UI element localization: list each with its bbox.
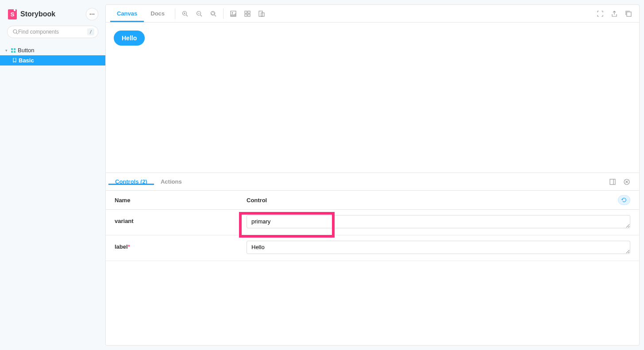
tree-item-basic[interactable]: Basic — [0, 55, 105, 65]
control-label: label* — [115, 241, 247, 250]
search-input[interactable] — [18, 29, 87, 35]
svg-line-4 — [16, 33, 18, 34]
reset-controls-button[interactable] — [618, 195, 630, 205]
brand-name: Storybook — [20, 10, 55, 18]
svg-point-3 — [13, 30, 17, 33]
header-name: Name — [115, 197, 247, 204]
view-tabs: Canvas Docs — [110, 5, 171, 22]
svg-rect-21 — [248, 11, 250, 13]
share-button[interactable] — [608, 8, 621, 20]
control-label: variant — [115, 215, 247, 224]
divider — [175, 8, 175, 19]
fullscreen-button[interactable] — [594, 8, 606, 20]
logo[interactable]: S Storybook — [8, 9, 55, 19]
tab-docs[interactable]: Docs — [144, 5, 171, 22]
canvas-preview: Hello — [106, 23, 639, 173]
header-control: Control — [247, 197, 618, 204]
required-star-icon: * — [128, 243, 130, 250]
close-panel-button[interactable] — [621, 176, 633, 188]
chevron-down-icon: ▾ — [5, 48, 9, 53]
preview-button[interactable]: Hello — [114, 31, 145, 46]
svg-rect-8 — [14, 51, 15, 53]
tree-item-label: Button — [18, 47, 35, 54]
search-wrap: / — [0, 26, 105, 43]
ellipsis-icon — [89, 13, 95, 15]
control-row-variant: variant — [106, 210, 639, 235]
controls-header: Name Control — [106, 191, 639, 210]
controls-table: Name Control variant label* — [106, 191, 639, 345]
svg-rect-6 — [14, 48, 15, 50]
open-new-tab-button[interactable] — [622, 8, 635, 20]
zoom-in-button[interactable] — [179, 8, 191, 20]
bookmark-icon — [12, 57, 17, 64]
grid-button[interactable] — [241, 8, 254, 20]
addons-panel: Controls (2) Actions Name Control varian… — [106, 173, 639, 345]
component-icon — [11, 48, 16, 53]
svg-rect-20 — [245, 11, 247, 13]
control-input-label[interactable] — [247, 241, 630, 254]
tab-actions[interactable]: Actions — [154, 178, 189, 185]
svg-point-19 — [232, 12, 233, 13]
background-button[interactable] — [227, 8, 239, 20]
search-box[interactable]: / — [7, 26, 98, 38]
menu-button[interactable] — [86, 8, 98, 20]
divider — [223, 8, 224, 19]
tab-canvas[interactable]: Canvas — [110, 5, 144, 22]
svg-point-0 — [90, 14, 91, 15]
explorer-tree: ▾ Button Basic — [0, 43, 105, 65]
svg-rect-26 — [627, 12, 631, 16]
panel-position-button[interactable] — [606, 176, 619, 188]
svg-rect-27 — [610, 179, 615, 185]
control-row-label: label* — [106, 235, 639, 261]
tree-item-button[interactable]: ▾ Button — [0, 45, 105, 55]
svg-rect-23 — [248, 14, 250, 16]
svg-line-10 — [186, 15, 188, 16]
svg-rect-5 — [11, 48, 13, 50]
search-shortcut: / — [87, 28, 94, 35]
tree-item-label: Basic — [19, 57, 34, 64]
sidebar-header: S Storybook — [0, 0, 105, 26]
tab-controls[interactable]: Controls (2) — [108, 178, 154, 185]
viewport-button[interactable] — [255, 8, 268, 20]
main: Canvas Docs Hello — [105, 0, 644, 350]
storybook-logo-icon: S — [8, 9, 17, 19]
svg-rect-22 — [245, 14, 247, 16]
control-input-variant[interactable] — [247, 215, 630, 228]
svg-rect-7 — [11, 51, 13, 53]
search-icon — [13, 29, 18, 35]
svg-line-17 — [215, 15, 216, 16]
svg-point-1 — [92, 14, 93, 15]
zoom-out-button[interactable] — [193, 8, 205, 20]
svg-rect-24 — [259, 11, 262, 16]
svg-line-14 — [201, 15, 202, 16]
zoom-reset-button[interactable] — [207, 8, 220, 20]
sidebar: S Storybook / ▾ Button Basic — [0, 0, 105, 350]
addons-tabs: Controls (2) Actions — [106, 173, 639, 191]
toolbar: Canvas Docs — [106, 5, 639, 23]
svg-point-2 — [93, 14, 94, 15]
main-panel: Canvas Docs Hello — [105, 4, 640, 346]
